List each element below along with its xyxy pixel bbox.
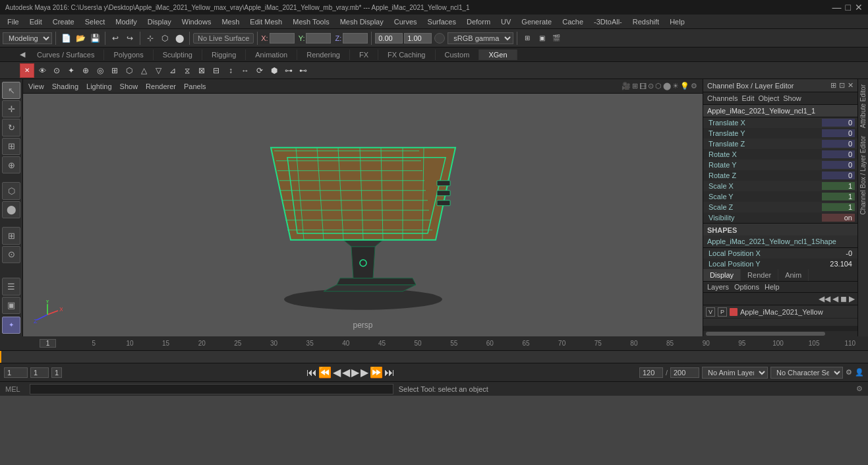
tool-icon-4[interactable]: ✦ xyxy=(65,64,78,77)
menu-item-deform[interactable]: Deform xyxy=(462,16,495,27)
channel-value-7[interactable]: 1 xyxy=(822,193,855,201)
new-file-icon[interactable]: 📄 xyxy=(59,32,72,45)
menu-item-select[interactable]: Select xyxy=(80,16,110,27)
y-input[interactable] xyxy=(306,33,331,44)
layer-new-icon[interactable]: ◼ xyxy=(840,294,847,303)
tool-icon-6[interactable]: ◎ xyxy=(94,64,107,77)
step-forward-button[interactable]: ⏩ xyxy=(370,366,383,379)
minimize-button[interactable]: — xyxy=(832,2,842,13)
select-icon[interactable]: ⊹ xyxy=(144,32,157,45)
gamma-value-input[interactable] xyxy=(375,33,403,44)
tool-icon-14[interactable]: ⊟ xyxy=(210,64,223,77)
options-menu[interactable]: Options xyxy=(734,283,759,291)
snap-tool[interactable]: ⊙ xyxy=(2,246,20,263)
tab-rigging[interactable]: Rigging xyxy=(202,49,246,60)
play-forward-button[interactable]: ▶ xyxy=(351,366,359,379)
settings-icon[interactable]: ⚙ xyxy=(691,82,697,90)
tool-icon-13[interactable]: ⊠ xyxy=(195,64,208,77)
tab-custom[interactable]: Custom xyxy=(436,49,480,60)
tab-xgen[interactable]: XGen xyxy=(479,49,517,60)
cb-expand-icon[interactable]: ⊞ xyxy=(830,81,836,90)
tool-icon-20[interactable]: ⊷ xyxy=(297,64,310,77)
color-space-selector[interactable]: sRGB gamma xyxy=(448,32,513,44)
local-pos-value-0[interactable]: -0 xyxy=(815,249,855,257)
scale-tool[interactable]: ⊞ xyxy=(2,138,20,155)
current-frame-input[interactable] xyxy=(30,367,49,378)
tool-icon-9[interactable]: △ xyxy=(137,64,150,77)
layer-prev-icon[interactable]: ◀◀ xyxy=(819,294,830,303)
shadow-icon[interactable]: 💡 xyxy=(680,82,689,90)
select-tool[interactable]: ↖ xyxy=(2,82,20,99)
menu-item-surfaces[interactable]: Surfaces xyxy=(423,16,461,27)
fps-input[interactable] xyxy=(670,367,699,378)
channel-value-0[interactable]: 0 xyxy=(822,119,855,127)
layers-menu[interactable]: Layers xyxy=(707,283,729,291)
show-menu[interactable]: Show xyxy=(783,94,801,102)
cb-close-icon[interactable]: ✕ xyxy=(848,81,854,90)
edit-menu[interactable]: Edit xyxy=(741,94,754,102)
goto-start-button[interactable]: ⏮ xyxy=(306,367,317,379)
render-region-tool[interactable]: ▣ xyxy=(2,297,20,314)
layer-visibility-0[interactable]: V xyxy=(706,307,715,317)
menu-item-uv[interactable]: UV xyxy=(496,16,515,27)
step-back-button[interactable]: ⏪ xyxy=(318,366,332,379)
menu-item-help[interactable]: Help xyxy=(665,16,689,27)
layer-scrollbar[interactable] xyxy=(703,326,857,331)
view-menu[interactable]: View xyxy=(28,82,44,90)
wireframe-icon[interactable]: ⬡ xyxy=(655,82,662,90)
grid-icon[interactable]: ⊞ xyxy=(521,32,534,45)
xgen-icon[interactable]: ✦ xyxy=(2,317,20,334)
tool-icon-11[interactable]: ⊿ xyxy=(166,64,179,77)
menu-item--3dtoall-[interactable]: -3DtoAll- xyxy=(589,16,627,27)
channel-value-8[interactable]: 1 xyxy=(822,203,855,211)
goto-end-button[interactable]: ⏭ xyxy=(384,367,395,379)
shading-menu[interactable]: Shading xyxy=(52,82,78,90)
shaded-icon[interactable]: ⬤ xyxy=(663,82,671,90)
attribute-editor-tab[interactable]: Attribute Editor xyxy=(859,82,867,131)
renderer-menu[interactable]: Renderer xyxy=(146,82,176,90)
menu-item-mesh-tools[interactable]: Mesh Tools xyxy=(288,16,333,27)
timeline-track[interactable] xyxy=(0,351,868,363)
playback-start-input[interactable] xyxy=(4,367,28,378)
isolate-icon[interactable]: ⊙ xyxy=(648,82,654,90)
menu-item-mesh-display[interactable]: Mesh Display xyxy=(335,16,388,27)
playback-end-input[interactable] xyxy=(639,367,663,378)
mode-selector[interactable]: Modeling xyxy=(3,32,52,44)
status-settings-icon[interactable]: ⚙ xyxy=(856,385,863,393)
layer-scroll-thumb[interactable] xyxy=(706,332,825,336)
tab-fx-caching[interactable]: FX Caching xyxy=(378,49,435,60)
tool-icon-19[interactable]: ⊶ xyxy=(282,64,295,77)
universal-tool[interactable]: ⊕ xyxy=(2,156,20,173)
collapse-icon[interactable]: ◀ xyxy=(20,50,25,59)
channel-value-5[interactable]: 0 xyxy=(822,171,855,179)
paint-icon[interactable]: ⬤ xyxy=(173,32,186,45)
z-input[interactable] xyxy=(343,33,368,44)
tab-animation[interactable]: Animation xyxy=(246,49,297,60)
menu-item-redshift[interactable]: Redshift xyxy=(628,16,664,27)
menu-item-file[interactable]: File xyxy=(3,16,24,27)
menu-item-curves[interactable]: Curves xyxy=(390,16,422,27)
channel-box-strip-tab[interactable]: Channel Box / Layer Editor xyxy=(859,133,867,218)
local-pos-value-1[interactable]: 23.104 xyxy=(815,260,855,268)
open-icon[interactable]: 📂 xyxy=(74,32,87,45)
channels-menu[interactable]: Channels xyxy=(707,94,738,102)
anim-layer-selector[interactable]: No Anim Layer xyxy=(702,367,768,379)
dra-tab-anim[interactable]: Anim xyxy=(778,269,809,281)
channel-value-9[interactable]: on xyxy=(822,214,855,222)
rotate-tool[interactable]: ↻ xyxy=(2,119,20,136)
layer-playback-0[interactable]: P xyxy=(718,307,727,317)
lasso-icon[interactable]: ⬡ xyxy=(158,32,171,45)
channel-value-2[interactable]: 0 xyxy=(822,140,855,148)
cam-icon[interactable]: 🎥 xyxy=(622,82,631,90)
menu-item-display[interactable]: Display xyxy=(143,16,176,27)
tool-icon-2[interactable]: 👁 xyxy=(36,64,49,77)
tool-icon-8[interactable]: ⬡ xyxy=(123,64,136,77)
tool-icon-3[interactable]: ⊙ xyxy=(50,64,63,77)
show-menu[interactable]: Show xyxy=(120,82,138,90)
channel-value-3[interactable]: 0 xyxy=(822,150,855,158)
menu-item-modify[interactable]: Modify xyxy=(111,16,141,27)
move-tool[interactable]: ✛ xyxy=(2,100,20,117)
tool-icon-10[interactable]: ▽ xyxy=(152,64,165,77)
dra-tab-display[interactable]: Display xyxy=(703,269,741,281)
settings-icon[interactable]: ⚙ xyxy=(846,368,852,377)
